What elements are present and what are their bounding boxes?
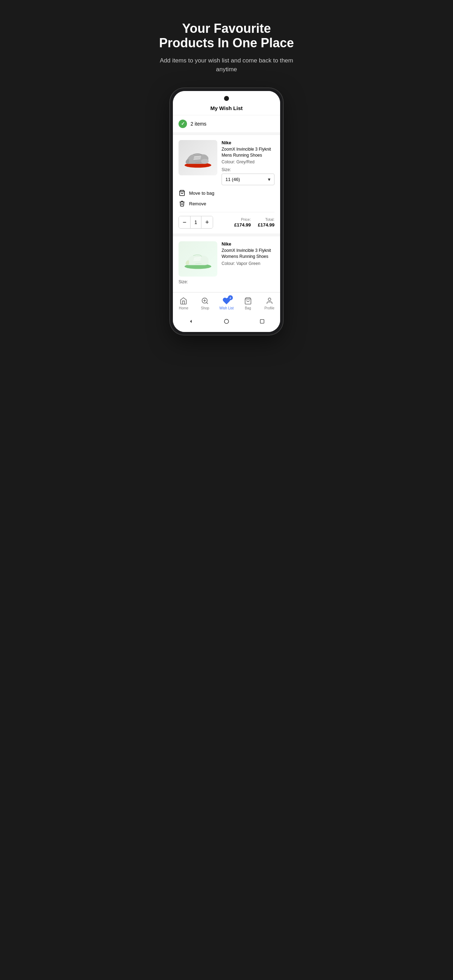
profile-icon <box>265 297 274 305</box>
product-top-1: Nike ZoomX Invincible 3 Flyknit Mens Run… <box>178 140 275 186</box>
camera-dot <box>224 96 229 101</box>
product-image-1 <box>178 140 217 175</box>
size-label-1: Size: <box>222 167 275 172</box>
trash-icon <box>178 200 186 207</box>
product-card-1: Nike ZoomX Invincible 3 Flyknit Mens Run… <box>173 132 280 234</box>
increase-qty-button[interactable]: + <box>202 216 213 228</box>
home-button[interactable] <box>222 317 231 326</box>
quantity-control-1: − 1 + <box>178 216 213 229</box>
product-details-1: Nike ZoomX Invincible 3 Flyknit Mens Run… <box>222 140 275 186</box>
svg-point-16 <box>268 298 270 301</box>
decrease-qty-button[interactable]: − <box>179 216 190 228</box>
total-value-1: £174.99 <box>258 222 275 228</box>
bag-icon <box>178 189 186 196</box>
phone-inner: My Wish List 2 items <box>173 91 280 332</box>
svg-point-18 <box>224 319 229 323</box>
price-label-1: Price: <box>234 217 251 221</box>
app-header: My Wish List <box>173 103 280 115</box>
android-nav-bar <box>173 313 280 332</box>
nav-label-bag: Bag <box>245 306 251 310</box>
nav-item-profile[interactable]: Profile <box>259 295 280 312</box>
size-select-1[interactable]: 8 (42) 9 (43) 10 (44) 10.5 (45) 11 (46) … <box>222 174 274 185</box>
bag-nav-icon <box>244 297 252 305</box>
nav-label-home: Home <box>179 306 188 310</box>
check-icon <box>178 119 187 128</box>
remove-label: Remove <box>189 201 206 206</box>
nav-label-shop: Shop <box>201 306 209 310</box>
price-info-1: Price: £174.99 Total: £174.99 <box>234 217 275 228</box>
svg-marker-17 <box>190 320 192 323</box>
size-label-2: Size: <box>178 279 275 284</box>
brand-1: Nike <box>222 140 275 145</box>
size-select-wrapper-1[interactable]: 8 (42) 9 (43) 10 (44) 10.5 (45) 11 (46) … <box>222 173 275 185</box>
wishlist-badge: 2 <box>228 295 233 300</box>
svg-point-7 <box>201 260 209 265</box>
nav-label-profile: Profile <box>264 306 274 310</box>
product-name-2: ZoomX Invincible 3 Flyknit Womens Runnin… <box>222 248 275 259</box>
product-card-2: Nike ZoomX Invincible 3 Flyknit Womens R… <box>173 234 280 292</box>
price-value-1: £174.99 <box>234 222 251 228</box>
product-colour-2: Colour: Vapor Green <box>222 261 275 266</box>
hero-section: Your Favourite Products In One Place Add… <box>145 7 308 85</box>
svg-line-12 <box>207 303 208 304</box>
nav-item-shop[interactable]: Shop <box>194 295 216 312</box>
brand-2: Nike <box>222 241 275 247</box>
hero-subtitle: Add items to your wish list and come bac… <box>156 56 297 74</box>
svg-rect-19 <box>261 320 264 323</box>
remove-button[interactable]: Remove <box>178 200 275 207</box>
product-top-2: Nike ZoomX Invincible 3 Flyknit Womens R… <box>178 241 275 277</box>
quantity-price-row-1: − 1 + Price: £174.99 Total: £174.99 <box>178 212 275 229</box>
nav-label-wishlist: Wish List <box>219 306 234 310</box>
total-block-1: Total: £174.99 <box>258 217 275 228</box>
product-details-2: Nike ZoomX Invincible 3 Flyknit Womens R… <box>222 241 275 277</box>
product-colour-1: Colour: Grey/Red <box>222 159 275 164</box>
shop-icon <box>201 297 209 305</box>
bottom-nav: Home Shop <box>173 292 280 313</box>
shoe-image-grey-red <box>178 140 217 175</box>
wishlist-count-row: 2 items <box>173 115 280 132</box>
home-icon <box>179 297 188 305</box>
qty-value-1: 1 <box>190 216 202 228</box>
product-name-1: ZoomX Invincible 3 Flyknit Mens Running … <box>222 146 275 158</box>
size-section-2: Size: <box>178 279 275 287</box>
total-label-1: Total: <box>258 217 275 221</box>
hero-title: Your Favourite Products In One Place <box>156 21 297 51</box>
product-image-2 <box>178 241 217 277</box>
phone-notch <box>173 91 280 103</box>
page-title: My Wish List <box>210 105 243 111</box>
nav-item-home[interactable]: Home <box>173 295 194 312</box>
svg-point-1 <box>201 159 209 164</box>
price-block-1: Price: £174.99 <box>234 217 251 228</box>
phone-frame: My Wish List 2 items <box>170 88 283 335</box>
shoe-image-vapor-green <box>178 241 217 277</box>
recents-button[interactable] <box>257 317 267 326</box>
action-buttons-1: Move to bag Remove <box>178 189 275 207</box>
move-to-bag-button[interactable]: Move to bag <box>178 189 275 196</box>
wishlist-icon: 2 <box>222 297 231 305</box>
nav-item-wishlist[interactable]: 2 Wish List <box>216 295 237 312</box>
move-to-bag-label: Move to bag <box>189 191 215 196</box>
nav-item-bag[interactable]: Bag <box>237 295 259 312</box>
back-button[interactable] <box>186 317 196 326</box>
items-count: 2 items <box>191 121 207 127</box>
